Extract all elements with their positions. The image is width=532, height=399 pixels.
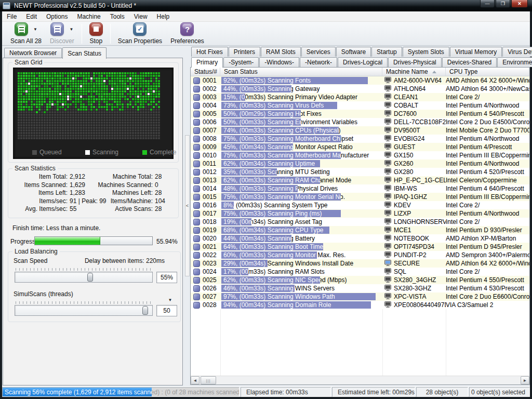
table-row[interactable]: 000650%, (00m33s) Scanning Environment V… [191, 118, 529, 126]
table-row[interactable]: 001448%, (00m33s) Scanning Physical Driv… [191, 184, 529, 193]
tab--windows-[interactable]: -Windows- [259, 57, 299, 67]
tab-drives-physical[interactable]: Drives-Physical [388, 57, 442, 67]
grid-cell [49, 111, 51, 113]
table-row[interactable]: 001968%, (00m34s) Scanning CPU Type68%, … [191, 226, 529, 234]
scan-speed-thumb[interactable] [87, 273, 93, 282]
tab-printers[interactable]: Printers [229, 47, 260, 57]
restore-button[interactable]: ❐ [496, 0, 510, 8]
menu-file[interactable]: File [2, 12, 21, 21]
simulscans-slider[interactable] [15, 305, 153, 316]
table-row[interactable]: 002417%, (00m33s) Scanning RAM Slots17%,… [191, 268, 529, 276]
table-row[interactable]: 001775%, (00m33s) Scanning Ping (ms)75%,… [191, 209, 529, 218]
machine-name-cell: CLEAN1 [382, 93, 446, 101]
computer-icon [384, 135, 391, 141]
cpu-type-cell: Intel Core 2/ [446, 268, 529, 276]
scroll-left-button[interactable]: ◄ [191, 376, 200, 384]
column-header-cpu-type[interactable]: CPU Type [446, 68, 529, 76]
table-row[interactable]: 000244%, (00m33s) Scanning Gateway44%, (… [191, 85, 529, 93]
tab-primary[interactable]: Primary [191, 57, 223, 68]
grid-cell [155, 98, 157, 100]
tab--system-[interactable]: -System- [223, 57, 259, 67]
tab-services[interactable]: Services [301, 47, 336, 57]
horizontal-scrollbar[interactable]: ◄ ||| ► [191, 376, 529, 384]
splitter-collapse-button[interactable]: < [185, 135, 190, 276]
tab-software[interactable]: Software [336, 47, 371, 57]
table-row[interactable]: 000192%, (00m32s) Scanning Fonts92%, (00… [191, 76, 529, 85]
column-header-machine-name[interactable]: Machine Name [382, 68, 446, 76]
grid-cell [122, 90, 124, 92]
table-row[interactable]: 002562%, (00m33s) Scanning NIC Speed (Mb… [191, 276, 529, 284]
grid-cell [23, 72, 25, 74]
stat-label: Machines Scanned: [96, 181, 153, 190]
cpu-type: Intel Core 2/ [446, 268, 480, 275]
simulscans-thumb[interactable] [142, 306, 148, 315]
discover-dropdown-arrow[interactable]: ▼ [69, 27, 73, 32]
column-header-status-[interactable]: Status/# [191, 68, 220, 76]
grid-cell [67, 103, 69, 105]
table-row[interactable]: 002044%, (00m34s) Scanning Battery44%, (… [191, 234, 529, 243]
grid-cell [90, 119, 92, 121]
table-row[interactable]: 001362%, (00m33s) Scanning RAM Channel M… [191, 176, 529, 184]
tab-virus-definitions[interactable]: Virus Definitions [502, 47, 532, 57]
tab-virtual-memory[interactable]: Virtual Memory [450, 47, 502, 57]
table-row[interactable]: 000774%, (00m33s) Scanning CPUs (Physica… [191, 126, 529, 135]
table-row[interactable]: 002260%, (00m33s) Scanning Monitor Max. … [191, 251, 529, 259]
grid-cell [59, 114, 61, 116]
menu-help[interactable]: Help [152, 12, 175, 21]
grid-cell [124, 109, 126, 111]
table-row[interactable]: 000473%, (00m33s) Scanning Virus Defs73%… [191, 101, 529, 110]
table-row[interactable]: 002164%, (00m33s) Scanning Boot Time64%,… [191, 243, 529, 251]
table-row[interactable]: 001162%, (00m34s) Scanning Uptime62%, (0… [191, 159, 529, 168]
grid-cell [122, 75, 124, 77]
table-row[interactable]: 002329%, (00m34s) Scanning Windows Insta… [191, 259, 529, 268]
grid-cell [72, 103, 74, 105]
scan-properties-button[interactable]: ✓Scan Properties [116, 22, 164, 45]
menu-edit[interactable]: Edit [21, 12, 42, 21]
scan-all-dropdown-arrow[interactable]: ▼ [33, 27, 37, 32]
minimize-button[interactable]: — [480, 0, 495, 8]
tab-drives-logical[interactable]: Drives-Logical [338, 57, 388, 67]
table-row[interactable]: 000945%, (00m34s) Scanning Monitor Aspec… [191, 143, 529, 151]
grid-cell [51, 116, 54, 118]
table-row[interactable]: 001819%, (00m34s) Scanning Asset Tag19%,… [191, 218, 529, 226]
stop-button[interactable]: Stop [87, 22, 105, 45]
grid-cell [98, 132, 100, 134]
tab-devices-shared[interactable]: Devices-Shared [442, 57, 497, 67]
table-row[interactable]: 000875%, (00m33s) Scanning Motherboard C… [191, 135, 529, 143]
tab--network-[interactable]: -Network- [300, 57, 337, 67]
scrollbar-thumb[interactable]: ||| [201, 376, 216, 384]
grid-cell [122, 127, 124, 129]
tab-environment[interactable]: Environment [497, 57, 532, 67]
tab-hot-fixes[interactable]: Hot Fixes [191, 47, 228, 57]
menu-machine[interactable]: Machine [72, 12, 105, 21]
menu-tools[interactable]: Tools [105, 12, 129, 21]
table-row[interactable]: 002797%, (00m33s) Scanning Windows Path9… [191, 292, 529, 301]
column-header-scan-status[interactable]: Scan Status [220, 68, 382, 76]
tab-ram-slots[interactable]: RAM Slots [261, 47, 301, 57]
grid-cell [106, 90, 108, 92]
table-row[interactable]: 000550%, (00m29s) Scanning Hot Fixes50%,… [191, 110, 529, 118]
table-row[interactable]: 001235%, (00m33s) Scanning MTU Setting35… [191, 168, 529, 176]
grid-cell [129, 88, 131, 90]
table-row[interactable]: 001575%, (00m33s) Scanning Monitor Seria… [191, 193, 529, 201]
menu-options[interactable]: Options [42, 12, 72, 21]
grid-cell [119, 109, 121, 111]
grid-cell [119, 111, 121, 113]
scan-speed-slider[interactable] [15, 272, 153, 283]
menu-view[interactable]: View [129, 12, 152, 21]
computer-icon-wrap [384, 77, 391, 85]
table-row[interactable]: 000315%, (00m33s) Scanning Primary Video… [191, 93, 529, 101]
tab-network-browser[interactable]: Network Browser [4, 48, 62, 58]
table-row[interactable]: 002894%, (00m34s) Scanning Domain Role94… [191, 301, 529, 309]
close-button[interactable]: ✕ [511, 0, 528, 8]
scroll-right-button[interactable]: ► [521, 376, 529, 384]
table-row[interactable]: 002646%, (00m33s) Scanning WINS Servers4… [191, 284, 529, 292]
table-row[interactable]: 001075%, (00m33s) Scanning Motherboard M… [191, 151, 529, 159]
tab-startup[interactable]: Startup [371, 47, 402, 57]
scan-all-button[interactable]: ▼Scan All 28 [8, 22, 44, 45]
preferences-button[interactable]: ?Preferences [168, 22, 206, 45]
table-row[interactable]: 00168%, (00m33s) Scanning System Type8%,… [191, 201, 529, 209]
tab-system-slots[interactable]: System Slots [403, 47, 449, 57]
tab-scan-status[interactable]: Scan Status [62, 47, 107, 59]
grid-cell [150, 88, 152, 90]
